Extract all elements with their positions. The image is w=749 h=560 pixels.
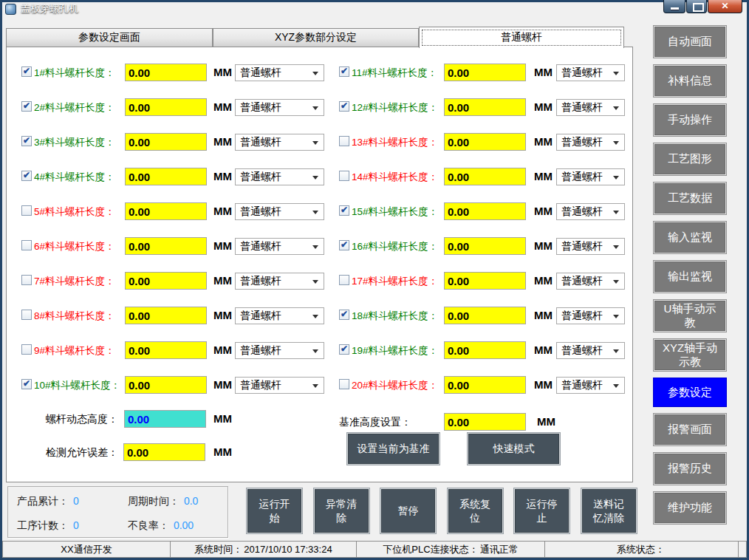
- nav-button[interactable]: 手动操作: [653, 103, 727, 137]
- nav-button[interactable]: U轴手动示教: [653, 299, 727, 332]
- control-button-bar: 运行开始异常清除暂停系统复位运行停止送料记忆清除: [246, 488, 637, 534]
- screw-length-input[interactable]: [444, 202, 526, 220]
- enable-checkbox[interactable]: [339, 171, 349, 181]
- screw-type-select[interactable]: 普通螺杆: [556, 342, 625, 359]
- enable-checkbox[interactable]: [339, 275, 349, 285]
- counter-label: 周期时间：: [128, 495, 179, 507]
- screw-row-label: 13#料斗螺杆长度：: [352, 136, 438, 149]
- counters-panel: 产品累计： 0 周期时间： 0.0 工序计数： 0 不良率： 0.00: [7, 486, 228, 538]
- tab-label: XYZ参数部分设定: [275, 31, 357, 44]
- screw-length-input[interactable]: [444, 341, 526, 359]
- screw-type-select[interactable]: 普通螺杆: [556, 99, 625, 116]
- enable-checkbox[interactable]: [339, 136, 349, 146]
- screw-length-row: 17#料斗螺杆长度： MM 普通螺杆: [7, 272, 632, 290]
- screw-length-input[interactable]: [444, 168, 526, 185]
- nav-button[interactable]: 维护功能: [653, 491, 727, 525]
- screw-length-input[interactable]: [444, 133, 526, 151]
- screw-length-input[interactable]: [444, 376, 526, 394]
- screw-length-row: 14#料斗螺杆长度： MM 普通螺杆: [7, 168, 632, 186]
- enable-checkbox[interactable]: [339, 66, 349, 77]
- nav-button[interactable]: 自动画面: [653, 25, 727, 58]
- chevron-down-icon: [613, 106, 619, 113]
- enable-checkbox[interactable]: [339, 379, 349, 389]
- enable-checkbox[interactable]: [339, 205, 349, 216]
- screw-type-select[interactable]: 普通螺杆: [556, 307, 625, 324]
- nav-button[interactable]: XYZ轴手动示教: [653, 338, 727, 372]
- enable-checkbox[interactable]: [339, 344, 349, 355]
- screw-length-row: 20#料斗螺杆长度： MM 普通螺杆: [7, 376, 632, 395]
- unit-label: MM: [534, 309, 553, 321]
- screw-type-value: 普通螺杆: [561, 275, 603, 287]
- unit-label: MM: [534, 344, 553, 356]
- unit-label: MM: [537, 415, 555, 428]
- close-button[interactable]: [708, 0, 742, 13]
- status-plc-label: 下位机PLC连接状态：: [382, 543, 479, 556]
- chevron-down-icon: [613, 72, 619, 78]
- counter-label: 工序计数：: [17, 519, 69, 531]
- screw-type-select[interactable]: 普通螺杆: [556, 238, 625, 255]
- screw-length-input[interactable]: [444, 64, 526, 81]
- maximize-button[interactable]: [686, 0, 707, 13]
- nav-button[interactable]: 补料信息: [653, 64, 727, 98]
- control-button[interactable]: 运行停止: [513, 488, 570, 534]
- screw-length-row: 12#料斗螺杆长度： MM 普通螺杆: [7, 98, 632, 117]
- enable-checkbox[interactable]: [339, 240, 349, 250]
- control-button[interactable]: 运行开始: [246, 488, 303, 534]
- screw-type-select[interactable]: 普通螺杆: [556, 134, 625, 151]
- control-button[interactable]: 送料记忆清除: [581, 488, 637, 534]
- counter-item: 产品累计： 0: [17, 495, 128, 513]
- unit-label: MM: [213, 445, 232, 458]
- status-sys-label: 系统状态：: [616, 543, 666, 556]
- nav-button[interactable]: 输入监视: [653, 221, 727, 254]
- status-bar: XX通信开发 系统时间： 2017/10/10 17:33:24 下位机PLC连…: [2, 541, 747, 558]
- enable-checkbox[interactable]: [339, 310, 349, 320]
- tab[interactable]: XYZ参数部分设定: [213, 28, 419, 47]
- nav-button[interactable]: 工艺数据: [653, 182, 727, 215]
- tab[interactable]: 普通螺杆: [419, 27, 624, 48]
- screw-row-label: 20#料斗螺杆长度：: [352, 379, 438, 392]
- screw-type-value: 普通螺杆: [561, 344, 603, 356]
- screw-type-select[interactable]: 普通螺杆: [556, 377, 625, 394]
- nav-button[interactable]: 参数设定: [653, 378, 727, 407]
- nav-button[interactable]: 报警画面: [653, 413, 727, 446]
- nav-button[interactable]: 报警历史: [653, 452, 727, 485]
- unit-label: MM: [534, 135, 553, 148]
- fast-mode-button[interactable]: 快速模式: [467, 432, 561, 465]
- counter-value: 0: [72, 519, 79, 531]
- screw-length-input[interactable]: [444, 98, 526, 116]
- counter-item: 周期时间： 0.0: [128, 495, 228, 513]
- minimize-button[interactable]: [663, 0, 685, 13]
- tab[interactable]: 参数设定画面: [6, 28, 213, 47]
- screw-type-select[interactable]: 普通螺杆: [556, 203, 625, 220]
- set-base-button[interactable]: 设置当前为基准: [346, 432, 440, 465]
- screw-length-input[interactable]: [444, 237, 526, 255]
- screw-length-input[interactable]: [444, 307, 526, 324]
- tab-label: 普通螺杆: [501, 31, 542, 44]
- nav-button[interactable]: 工艺图形: [653, 143, 727, 176]
- unit-label: MM: [534, 100, 553, 113]
- screw-length-row: 13#料斗螺杆长度： MM 普通螺杆: [7, 133, 632, 151]
- enable-checkbox[interactable]: [339, 101, 349, 112]
- screw-type-select[interactable]: 普通螺杆: [556, 168, 625, 185]
- screw-length-input[interactable]: [444, 272, 526, 290]
- counter-item: 不良率： 0.00: [128, 519, 228, 537]
- control-button[interactable]: 暂停: [380, 488, 437, 534]
- unit-label: MM: [534, 66, 553, 78]
- control-button[interactable]: 系统复位: [447, 488, 504, 534]
- nav-button[interactable]: 输出监视: [653, 260, 727, 293]
- base-height-input[interactable]: [444, 413, 526, 431]
- chevron-down-icon: [613, 280, 619, 287]
- screw-type-select[interactable]: 普通螺杆: [556, 64, 625, 81]
- screw-row-label: 14#料斗螺杆长度：: [352, 171, 438, 184]
- app-window: 盖板穿螺孔机 参数设定画面 XYZ参数部分设定 普通螺杆 1#料斗螺杆长度： M…: [0, 0, 749, 560]
- screw-type-value: 普通螺杆: [561, 101, 603, 113]
- tab-label: 参数设定画面: [78, 31, 140, 44]
- control-button[interactable]: 异常清除: [313, 488, 370, 534]
- chevron-down-icon: [613, 176, 619, 182]
- screw-row-label: 17#料斗螺杆长度：: [352, 275, 438, 288]
- tolerance-input[interactable]: [123, 443, 205, 461]
- unit-label: MM: [534, 378, 553, 391]
- tolerance-label: 检测允许误差：: [29, 446, 118, 460]
- counter-item: 工序计数： 0: [17, 519, 128, 537]
- screw-type-select[interactable]: 普通螺杆: [556, 273, 625, 290]
